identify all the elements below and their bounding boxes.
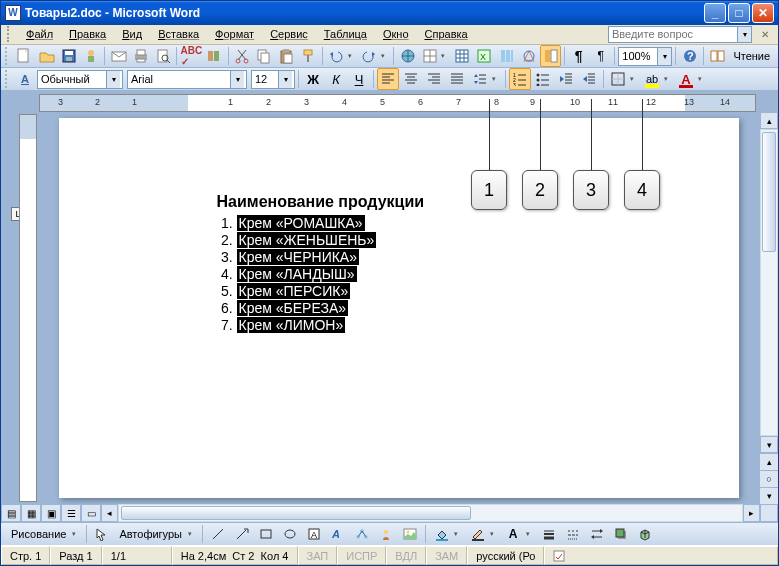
fill-color-dropdown[interactable]: ▾ (454, 530, 464, 538)
align-right-button[interactable] (423, 68, 445, 90)
ask-question-input[interactable] (608, 26, 738, 43)
reading-view-button[interactable]: ▭ (81, 504, 101, 522)
insert-picture-button[interactable] (399, 523, 421, 545)
3d-button[interactable] (634, 523, 656, 545)
status-rec[interactable]: ЗАП (298, 546, 338, 565)
close-button[interactable]: ✕ (752, 3, 774, 23)
styles-pane-button[interactable]: A (14, 68, 36, 90)
dash-style-button[interactable] (562, 523, 584, 545)
borders-dropdown[interactable]: ▾ (630, 75, 640, 83)
show-formatting-button[interactable]: ¶ (590, 45, 611, 67)
line-spacing-dropdown[interactable]: ▾ (492, 75, 502, 83)
font-combo[interactable]: ▾ (127, 70, 247, 89)
save-button[interactable] (58, 45, 79, 67)
menu-format[interactable]: Формат (208, 26, 261, 42)
style-input[interactable] (38, 71, 106, 88)
hscroll-track[interactable] (118, 504, 743, 522)
decrease-indent-button[interactable] (555, 68, 577, 90)
wordart-button[interactable]: A (327, 523, 349, 545)
minimize-button[interactable]: _ (704, 3, 726, 23)
style-dropdown[interactable]: ▾ (106, 71, 120, 88)
numbered-list-button[interactable]: 123 (509, 68, 531, 90)
borders-button[interactable] (607, 68, 629, 90)
line-color-button[interactable] (466, 523, 488, 545)
vscroll-track[interactable] (760, 129, 778, 436)
horizontal-ruler[interactable]: 3211234567891011121314 (39, 94, 756, 112)
insert-excel-button[interactable]: X (474, 45, 495, 67)
research-button[interactable] (203, 45, 224, 67)
hscroll-thumb[interactable] (121, 506, 471, 520)
next-page-button[interactable]: ▾ (760, 487, 778, 504)
help-button[interactable]: ? (679, 45, 700, 67)
normal-view-button[interactable]: ▤ (1, 504, 21, 522)
rectangle-tool-button[interactable] (255, 523, 277, 545)
paste-button[interactable] (276, 45, 297, 67)
clipart-button[interactable] (375, 523, 397, 545)
bold-button[interactable]: Ж (302, 68, 324, 90)
tables-dropdown[interactable]: ▾ (441, 52, 451, 60)
line-spacing-button[interactable] (469, 68, 491, 90)
italic-button[interactable]: К (325, 68, 347, 90)
horizontal-scrollbar[interactable]: ◂ ▸ (101, 504, 760, 522)
tables-borders-button[interactable] (419, 45, 440, 67)
vertical-ruler[interactable] (19, 114, 37, 502)
size-combo[interactable]: ▾ (251, 70, 295, 89)
diagram-button[interactable] (351, 523, 373, 545)
print-view-button[interactable]: ▣ (41, 504, 61, 522)
print-button[interactable] (130, 45, 151, 67)
vertical-scrollbar[interactable]: ▴ ▾ ▴ ○ ▾ (760, 112, 778, 504)
spellcheck-button[interactable]: ABC✓ (180, 45, 202, 67)
fill-color-button[interactable] (430, 523, 452, 545)
open-button[interactable] (36, 45, 57, 67)
menu-view[interactable]: Вид (115, 26, 149, 42)
maximize-button[interactable]: □ (728, 3, 750, 23)
drawing-menu[interactable]: Рисование (7, 528, 70, 540)
columns-button[interactable] (496, 45, 517, 67)
scroll-left-button[interactable]: ◂ (101, 504, 118, 522)
menu-edit[interactable]: Правка (62, 26, 113, 42)
arrow-style-button[interactable] (586, 523, 608, 545)
size-dropdown[interactable]: ▾ (278, 71, 292, 88)
scroll-right-button[interactable]: ▸ (743, 504, 760, 522)
outline-view-button[interactable]: ☰ (61, 504, 81, 522)
highlight-dropdown[interactable]: ▾ (664, 75, 674, 83)
menubar-handle[interactable] (7, 26, 13, 42)
size-input[interactable] (252, 71, 278, 88)
autoshapes-dropdown[interactable]: ▾ (188, 530, 198, 538)
format-painter-button[interactable] (298, 45, 319, 67)
oval-tool-button[interactable] (279, 523, 301, 545)
font-input[interactable] (128, 71, 230, 88)
drawing-toolbar-button[interactable] (518, 45, 539, 67)
prev-page-button[interactable]: ▴ (760, 453, 778, 470)
undo-button[interactable] (326, 45, 347, 67)
status-trk[interactable]: ИСПР (337, 546, 386, 565)
increase-indent-button[interactable] (578, 68, 600, 90)
vscroll-thumb[interactable] (762, 132, 776, 252)
font-color-draw-button[interactable]: A (502, 523, 524, 545)
hyperlink-button[interactable] (397, 45, 418, 67)
ask-question-dropdown[interactable]: ▾ (738, 26, 752, 43)
menu-tools[interactable]: Сервис (263, 26, 315, 42)
menu-file[interactable]: Файл (19, 26, 60, 42)
autoshapes-menu[interactable]: Автофигуры (115, 528, 186, 540)
font-color-dropdown[interactable]: ▾ (698, 75, 708, 83)
menu-insert[interactable]: Вставка (151, 26, 206, 42)
arrow-tool-button[interactable] (231, 523, 253, 545)
status-ovr[interactable]: ЗАМ (426, 546, 467, 565)
zoom-input[interactable] (619, 48, 657, 65)
menu-close-icon[interactable]: ✕ (758, 29, 772, 40)
insert-table-button[interactable] (452, 45, 473, 67)
scroll-down-button[interactable]: ▾ (760, 436, 778, 453)
textbox-tool-button[interactable]: A (303, 523, 325, 545)
browse-object-button[interactable]: ○ (760, 470, 778, 487)
align-left-button[interactable] (377, 68, 399, 90)
redo-dropdown[interactable]: ▾ (381, 52, 391, 60)
menu-table[interactable]: Таблица (317, 26, 374, 42)
bulleted-list-button[interactable] (532, 68, 554, 90)
font-dropdown[interactable]: ▾ (230, 71, 244, 88)
align-center-button[interactable] (400, 68, 422, 90)
shadow-button[interactable] (610, 523, 632, 545)
redo-button[interactable] (358, 45, 379, 67)
highlight-button[interactable]: ab (641, 68, 663, 90)
drawing-menu-dropdown[interactable]: ▾ (72, 530, 82, 538)
